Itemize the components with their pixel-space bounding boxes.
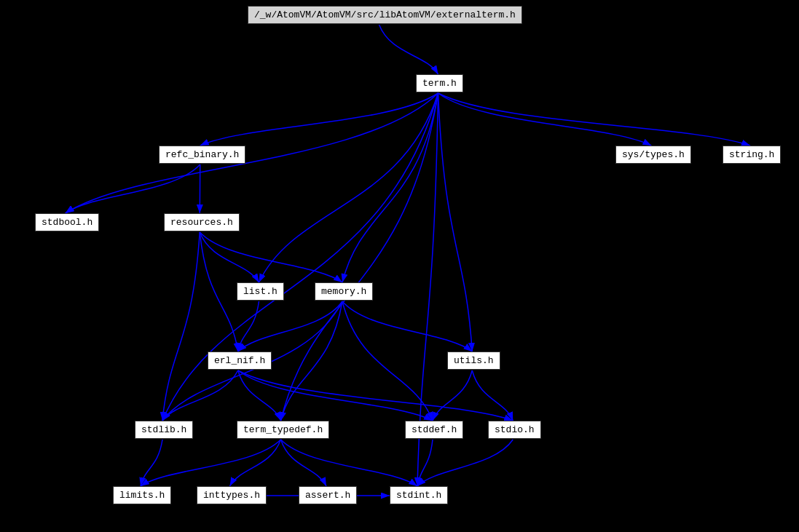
node-string_h: string.h <box>723 146 781 164</box>
edge-erl_nif-to-term_typedef <box>238 370 281 421</box>
node-inttypes_h: inttypes.h <box>197 486 267 504</box>
edge-refc_binary-to-stdbool <box>66 164 200 213</box>
edge-stddef_h-to-stdint_h <box>417 440 433 486</box>
edge-memory_h-to-erl_nif <box>238 301 342 352</box>
node-stdlib_h: stdlib.h <box>135 421 193 439</box>
node-limits_h: limits.h <box>113 486 171 504</box>
edge-resources-to-stdlib_h <box>162 232 200 421</box>
edge-term_typedef-to-inttypes_h <box>230 440 281 486</box>
edge-stdlib_h-to-limits_h <box>141 440 162 486</box>
edge-term_h-to-list_h <box>259 93 438 282</box>
node-memory_h: memory.h <box>315 282 373 301</box>
node-resources: resources.h <box>164 213 240 231</box>
node-list_h: list.h <box>237 282 284 301</box>
edge-term_h-to-refc_binary <box>200 93 438 146</box>
edge-refc_binary-to-resources <box>200 164 200 213</box>
node-assert_h: assert.h <box>299 486 357 504</box>
edge-term_h-to-string_h <box>438 93 751 146</box>
node-stdio_h: stdio.h <box>488 421 541 439</box>
edge-erl_nif-to-stdio_h <box>238 370 513 421</box>
edge-resources-to-memory_h <box>200 232 342 282</box>
edge-utils_h-to-stddef_h <box>433 370 472 421</box>
edge-utils_h-to-stdio_h <box>472 370 513 421</box>
node-refc_binary: refc_binary.h <box>159 146 245 164</box>
edge-term_typedef-to-limits_h <box>141 440 281 486</box>
edge-erl_nif-to-stddef_h <box>238 370 433 421</box>
node-erl_nif: erl_nif.h <box>208 352 272 370</box>
edge-term_typedef-to-stdint_h <box>281 440 418 486</box>
node-term_h: term.h <box>416 74 463 92</box>
node-utils_h: utils.h <box>447 352 500 370</box>
edge-term_h-to-utils_h <box>438 93 473 352</box>
edge-term_h-to-sys_types <box>438 93 652 146</box>
edge-term_typedef-to-assert_h <box>281 440 327 486</box>
dependency-graph-arrows <box>0 0 799 532</box>
edge-memory_h-to-term_typedef <box>281 301 343 421</box>
edge-externalterm-to-term_h <box>379 25 438 74</box>
edge-resources-to-erl_nif <box>200 232 238 352</box>
edge-term_h-to-memory_h <box>342 93 438 282</box>
node-stddef_h: stddef.h <box>405 421 463 439</box>
node-stdbool: stdbool.h <box>35 213 99 231</box>
edge-erl_nif-to-stdlib_h <box>162 370 238 421</box>
node-sys_types: sys/types.h <box>615 146 691 164</box>
node-term_typedef: term_typedef.h <box>237 421 329 439</box>
node-externalterm: /_w/AtomVM/AtomVM/src/libAtomVM/external… <box>248 6 522 24</box>
node-stdint_h: stdint.h <box>390 486 448 504</box>
